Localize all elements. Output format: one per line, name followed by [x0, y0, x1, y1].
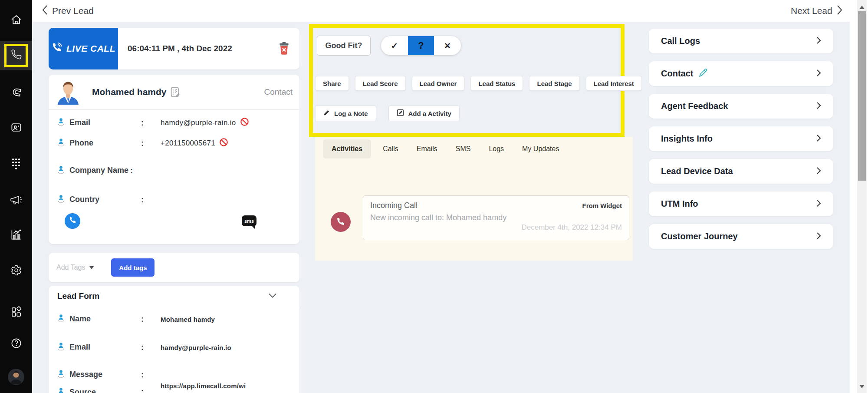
sms-action-button[interactable]: sms — [242, 215, 256, 226]
call-action-button[interactable] — [65, 213, 80, 229]
contact-header: Mohamed hamdy Contact — [49, 75, 299, 109]
phone-wave-icon — [51, 42, 62, 55]
activity-feed-panel: Activities Calls Emails SMS Logs My Upda… — [315, 137, 633, 261]
add-activity-button[interactable]: Add a Activity — [388, 106, 460, 121]
fit-unknown-button[interactable]: ? — [408, 36, 434, 55]
activity-card[interactable]: Incoming Call From Widget New incoming c… — [363, 195, 629, 240]
sidebar-item-contacts[interactable] — [0, 115, 32, 139]
panel-label: UTM Info — [661, 199, 698, 209]
edit-square-icon — [397, 109, 404, 118]
share-button[interactable]: Share — [315, 76, 349, 91]
panel-insights-info[interactable]: Insights Info — [649, 126, 833, 151]
fit-no-button[interactable]: ✕ — [434, 36, 461, 55]
tab-emails[interactable]: Emails — [417, 145, 437, 153]
panel-label: Call Logs — [661, 36, 700, 46]
clipboard-icon[interactable] — [169, 86, 181, 100]
fit-yes-button[interactable]: ✓ — [381, 36, 408, 55]
bar-chart-icon — [10, 229, 22, 241]
sidebar-item-analytics[interactable] — [0, 222, 32, 247]
add-tags-dropdown[interactable]: Add Tags — [56, 264, 94, 271]
panel-call-logs[interactable]: Call Logs — [649, 29, 833, 53]
scroll-up-arrow[interactable] — [859, 3, 865, 9]
sidebar-item-profile[interactable] — [0, 365, 32, 389]
sidebar-item-leads[interactable] — [0, 80, 32, 104]
contact-row-country: Country : — [57, 192, 291, 207]
lead-pin-icon — [57, 118, 69, 129]
add-tags-button[interactable]: Add tags — [111, 258, 155, 277]
lead-owner-button[interactable]: Lead Owner — [412, 76, 465, 91]
lead-pin-icon — [57, 382, 69, 393]
sidebar-item-help[interactable] — [0, 331, 32, 355]
magnet-icon — [10, 86, 22, 98]
tab-activities[interactable]: Activities — [323, 139, 371, 159]
activity-source-badge: From Widget — [582, 202, 622, 209]
contact-card: Mohamed hamdy Contact Email : hamdy@purp… — [49, 75, 299, 244]
panel-lead-device-data[interactable]: Lead Device Data — [649, 159, 833, 184]
panel-utm-info[interactable]: UTM Info — [649, 192, 833, 216]
log-note-label: Log a Note — [334, 110, 368, 117]
row-colon: : — [141, 343, 161, 352]
lead-pin-icon — [57, 195, 69, 205]
tab-logs[interactable]: Logs — [489, 145, 504, 153]
blocked-icon — [240, 117, 249, 129]
lead-form-title: Lead Form — [57, 291, 99, 301]
contact-row-email: Email : hamdy@purple-rain.io — [57, 116, 291, 130]
fit-segmented-control: ✓ ? ✕ — [381, 36, 461, 55]
row-colon: : — [141, 382, 161, 393]
row-label: Name — [69, 314, 141, 324]
chevron-right-icon — [816, 102, 821, 111]
next-lead-button[interactable]: Next Lead — [791, 5, 843, 17]
tab-sms[interactable]: SMS — [456, 145, 471, 153]
home-icon — [10, 14, 22, 26]
lead-form-card: Lead Form Name : Mohamed hamdy Email : h… — [49, 286, 299, 393]
gear-icon — [10, 264, 22, 276]
chevron-down-icon[interactable] — [268, 293, 277, 301]
sidebar-item-campaigns[interactable] — [0, 188, 32, 212]
add-activity-label: Add a Activity — [408, 110, 451, 117]
scroll-down-arrow[interactable] — [859, 385, 865, 391]
contact-avatar — [56, 79, 81, 106]
lead-detail-screen: Prev Lead Next Lead LIVE CALL 06:04:11 P… — [0, 0, 868, 393]
help-icon — [10, 337, 22, 349]
good-fit-button[interactable]: Good Fit? — [317, 36, 371, 56]
lead-pin-icon — [57, 342, 69, 353]
row-label: Email — [69, 118, 141, 128]
scrollbar — [857, 0, 867, 393]
leadform-row-message: Message : — [57, 367, 291, 382]
log-note-button[interactable]: Log a Note — [315, 106, 376, 121]
panel-agent-feedback[interactable]: Agent Feedback — [649, 94, 833, 119]
phone-icon — [11, 50, 22, 62]
row-colon: : — [130, 166, 161, 175]
activity-description: New incoming call to: Mohamed hamdy — [370, 213, 622, 222]
lead-score-button[interactable]: Lead Score — [355, 76, 406, 91]
incoming-call-icon — [331, 212, 351, 232]
divider — [49, 306, 299, 306]
sidebar-item-calls[interactable] — [4, 44, 28, 67]
user-avatar — [8, 369, 24, 385]
row-colon: : — [141, 315, 161, 324]
panel-contact[interactable]: Contact — [649, 61, 833, 86]
tab-my-updates[interactable]: My Updates — [522, 145, 559, 153]
panel-label: Lead Device Data — [661, 166, 733, 176]
lead-stage-button[interactable]: Lead Stage — [529, 76, 579, 91]
panel-label: Contact — [661, 69, 693, 79]
lead-status-button[interactable]: Lead Status — [470, 76, 523, 91]
panel-customer-journey[interactable]: Customer Journey — [649, 224, 833, 249]
tab-calls[interactable]: Calls — [383, 145, 398, 153]
prev-lead-button[interactable]: Prev Lead — [42, 5, 94, 17]
edit-pencil-icon[interactable] — [698, 68, 708, 80]
chevron-right-icon — [816, 134, 821, 144]
scrollbar-thumb[interactable] — [858, 11, 866, 181]
note-activity-buttons: Log a Note Add a Activity — [315, 106, 460, 121]
delete-call-button[interactable] — [278, 41, 290, 57]
row-value: https://app.limecall.com/wi — [161, 382, 246, 390]
live-call-badge[interactable]: LIVE CALL — [49, 28, 118, 69]
leadform-row-source: Source : https://app.limecall.com/wi — [57, 382, 291, 393]
sidebar-item-dialpad[interactable] — [0, 152, 32, 176]
apps-grid-icon — [10, 306, 22, 318]
lead-interest-button[interactable]: Lead Interest — [586, 76, 642, 91]
sidebar-item-integrations[interactable] — [0, 300, 32, 324]
sidebar-item-settings[interactable] — [0, 258, 32, 282]
row-value: hamdy@purple-rain.io — [161, 119, 236, 127]
sidebar-item-home[interactable] — [0, 7, 32, 32]
